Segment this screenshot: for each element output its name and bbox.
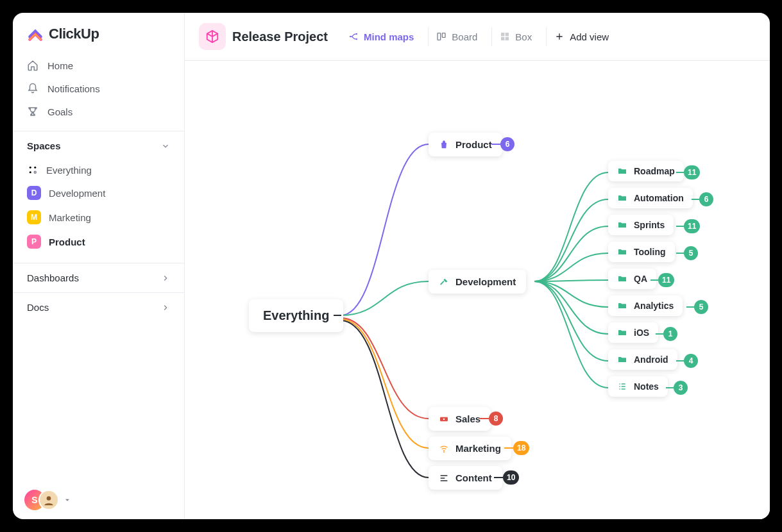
- home-icon: [27, 60, 38, 71]
- svg-point-2: [30, 171, 31, 173]
- badge-tooling: 5: [684, 246, 698, 260]
- board-icon: [436, 31, 446, 42]
- lines-icon: [439, 473, 449, 483]
- mindmap-icon: [348, 31, 359, 42]
- badge-notes: 3: [674, 381, 688, 395]
- space-letter-p: P: [27, 235, 41, 249]
- wifi-icon: [439, 444, 449, 454]
- badge-connector: [491, 144, 500, 145]
- svg-point-3: [34, 171, 36, 173]
- node-automation[interactable]: Automation: [608, 188, 693, 208]
- node-roadmap[interactable]: Roadmap: [608, 161, 684, 181]
- badge-content: 10: [503, 470, 519, 485]
- node-marketing-label: Marketing: [455, 443, 501, 454]
- nav-docs[interactable]: Docs: [13, 292, 184, 322]
- nav-home-label: Home: [47, 60, 73, 71]
- badge-connector: [676, 226, 684, 227]
- spaces-header[interactable]: Spaces: [13, 131, 184, 158]
- node-marketing[interactable]: Marketing: [429, 436, 511, 460]
- nav-home[interactable]: Home: [21, 54, 176, 77]
- space-development[interactable]: D Development: [21, 181, 176, 205]
- view-tab-mindmaps[interactable]: Mind maps: [341, 28, 421, 46]
- node-tooling[interactable]: Tooling: [608, 242, 675, 262]
- node-ios[interactable]: iOS: [608, 322, 658, 343]
- view-tab-board[interactable]: Board: [428, 28, 485, 46]
- badge-product: 6: [500, 137, 514, 151]
- node-notes[interactable]: Notes: [608, 376, 668, 397]
- badge-connector: [666, 387, 674, 388]
- folder-icon: [617, 354, 627, 365]
- svg-rect-13: [506, 37, 509, 40]
- view-board-label: Board: [452, 31, 477, 42]
- node-product-label: Product: [455, 139, 492, 150]
- node-android[interactable]: Android: [608, 349, 677, 370]
- folder-icon: [617, 166, 627, 176]
- project-icon[interactable]: [199, 23, 226, 50]
- svg-point-16: [443, 451, 445, 453]
- spaces-list: Everything D Development M Marketing P P…: [13, 158, 184, 263]
- space-product[interactable]: P Product: [21, 229, 176, 254]
- node-development-label: Development: [455, 276, 516, 287]
- badge-sales: 8: [489, 411, 503, 426]
- svg-point-6: [355, 33, 357, 35]
- bag-icon: [439, 140, 449, 150]
- view-mindmaps-label: Mind maps: [364, 31, 414, 42]
- svg-point-5: [350, 36, 352, 38]
- folder-icon: [617, 193, 627, 203]
- badge-connector: [656, 333, 663, 335]
- box-icon: [205, 29, 219, 44]
- folder-icon: [617, 301, 627, 311]
- nav-goals[interactable]: Goals: [21, 100, 176, 123]
- badge-connector: [676, 172, 684, 173]
- badge-ios: 1: [663, 327, 677, 341]
- mindmap-root[interactable]: Everything: [249, 299, 343, 332]
- badge-qa: 11: [658, 273, 674, 287]
- svg-rect-11: [506, 33, 509, 36]
- svg-rect-8: [438, 33, 441, 40]
- grid-icon: [27, 164, 38, 176]
- node-sprints[interactable]: Sprints: [608, 215, 674, 235]
- space-everything[interactable]: Everything: [21, 159, 176, 181]
- list-icon: [617, 381, 627, 392]
- grid-icon: [500, 31, 510, 42]
- space-product-label: Product: [49, 237, 85, 247]
- trophy-icon: [27, 106, 38, 117]
- space-marketing[interactable]: M Marketing: [21, 205, 176, 229]
- svg-rect-12: [501, 37, 504, 40]
- nav-dashboards-label: Dashboards: [27, 272, 79, 283]
- view-tab-box[interactable]: Box: [491, 28, 540, 46]
- badge-connector: [494, 477, 503, 478]
- spaces-header-label: Spaces: [27, 140, 61, 151]
- node-content[interactable]: Content: [429, 466, 502, 490]
- plus-icon: [554, 31, 565, 42]
- nav-primary: Home Notifications Goals: [13, 51, 184, 131]
- badge-connector: [480, 418, 489, 419]
- badge-connector: [686, 306, 694, 308]
- logo[interactable]: ClickUp: [13, 13, 184, 51]
- svg-point-1: [34, 167, 36, 169]
- avatar-member[interactable]: [38, 490, 59, 510]
- caret-down-icon[interactable]: [63, 495, 72, 504]
- node-development[interactable]: Development: [429, 270, 526, 294]
- nav-docs-label: Docs: [27, 302, 49, 313]
- node-qa[interactable]: QA: [608, 269, 656, 289]
- chevron-right-icon: [161, 274, 170, 283]
- add-view-button[interactable]: Add view: [546, 28, 616, 46]
- mindmap-canvas[interactable]: Everything Product 6 Development Sales 8: [185, 61, 770, 519]
- badge-sprints: 11: [684, 219, 700, 233]
- node-analytics[interactable]: Analytics: [608, 295, 683, 316]
- add-view-label: Add view: [570, 31, 609, 42]
- project-title: Release Project: [232, 29, 328, 44]
- badge-automation: 6: [699, 192, 713, 206]
- badge-connector: [504, 447, 513, 449]
- nav-dashboards[interactable]: Dashboards: [13, 263, 184, 292]
- svg-point-15: [443, 418, 445, 420]
- folder-icon: [617, 328, 627, 338]
- badge-marketing: 18: [513, 441, 529, 455]
- logo-text: ClickUp: [49, 26, 99, 42]
- nav-notifications[interactable]: Notifications: [21, 77, 176, 100]
- folder-icon: [617, 247, 627, 257]
- space-marketing-label: Marketing: [49, 212, 91, 223]
- node-sales-label: Sales: [455, 413, 480, 424]
- bell-icon: [27, 83, 38, 94]
